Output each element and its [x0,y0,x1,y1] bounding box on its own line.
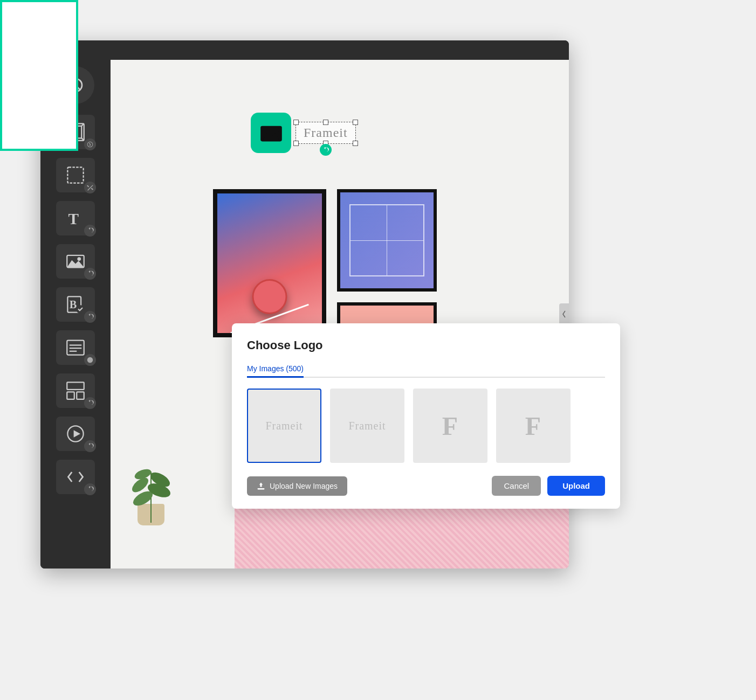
upload-new-images-label: Upload New Images [270,482,338,490]
image-tool-badge [84,268,96,280]
tool-item-code [54,458,97,496]
caption-tool-badge [84,354,96,366]
rotate-badge[interactable] [320,144,332,156]
title-bar [40,40,569,60]
dialog-footer: Upload New Images Cancel Upload [247,476,605,496]
my-images-tab[interactable]: My Images (500) [247,361,304,378]
image-thumb-2[interactable]: Frameit [330,389,404,463]
cancel-button[interactable]: Cancel [492,476,541,496]
upload-new-images-button[interactable]: Upload New Images [247,476,347,496]
handle-tr[interactable] [353,120,358,125]
layout-tool-badge [84,397,96,409]
tool-item-layout [54,371,97,410]
svg-point-27 [273,127,279,133]
footer-actions: Cancel Upload [492,476,605,496]
handle-br[interactable] [353,141,358,146]
thumb-text-2: Frameit [348,420,386,432]
svg-rect-8 [67,167,83,183]
svg-marker-24 [74,430,80,438]
text-tool-badge [84,225,96,237]
tool-item-image [54,242,97,281]
svg-text:T: T [68,210,79,227]
green-accent-decoration [0,0,78,151]
handle-tl[interactable] [293,120,299,125]
logo-text-box[interactable]: Frameit [295,122,356,144]
image-thumb-1[interactable]: Frameit [247,389,321,463]
mask-tool-badge [84,182,96,193]
tool-item-mask [54,156,97,195]
logo-icon [251,113,291,153]
brand-tool-badge [84,311,96,323]
dialog-title: Choose Logo [247,338,605,352]
thumb-text-4: F [525,411,541,441]
logo-text-label: Frameit [304,126,348,140]
collapse-handle[interactable] [559,303,569,325]
dialog-tabs: My Images (500) [247,361,605,378]
thumb-text-1: Frameit [265,420,303,432]
handle-tm[interactable] [323,120,328,125]
svg-marker-11 [67,260,84,268]
frame-tool-badge [84,138,96,150]
svg-point-12 [77,257,81,261]
frame-tennis [337,189,437,292]
choose-logo-dialog: Choose Logo My Images (500) Frameit Fram… [232,323,620,509]
svg-rect-22 [77,392,84,399]
svg-rect-20 [67,382,84,390]
tool-item-play [54,414,97,453]
svg-rect-33 [258,488,265,489]
tool-item-text: T [54,199,97,238]
code-tool-badge [84,483,96,495]
basketball [252,279,287,314]
image-thumb-4[interactable]: F [496,389,571,463]
tool-item-caption [54,328,97,367]
image-thumb-3[interactable]: F [413,389,487,463]
images-grid: Frameit Frameit F F [247,389,605,463]
plant [138,504,164,525]
svg-text:B: B [70,299,77,310]
frame-basketball [213,189,326,337]
upload-button[interactable]: Upload [547,476,605,496]
tool-item-brand: B [54,285,97,324]
play-tool-badge [84,440,96,452]
logo-element[interactable]: Frameit [251,113,356,153]
logo-text-container: Frameit [295,122,356,144]
thumb-text-3: F [442,411,458,441]
handle-bl[interactable] [293,141,299,146]
svg-rect-21 [67,392,74,399]
